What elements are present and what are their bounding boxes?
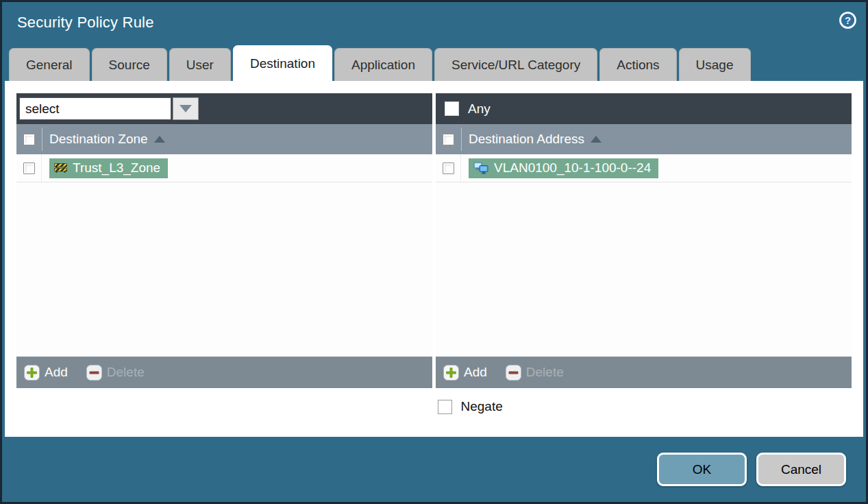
dialog-titlebar: Security Policy Rule ? — [2, 2, 866, 45]
negate-label: Negate — [461, 399, 503, 414]
cancel-button[interactable]: Cancel — [756, 453, 846, 486]
any-checkbox[interactable] — [445, 101, 459, 116]
zone-delete-button[interactable]: Delete — [86, 365, 145, 381]
minus-icon — [86, 365, 102, 381]
below-left-spacer — [16, 399, 434, 414]
zone-name: Trust_L3_Zone — [73, 160, 160, 176]
zone-list: Trust_L3_Zone — [16, 154, 432, 357]
address-toolbar: Add Delete — [436, 357, 852, 388]
dialog-footer: OK Cancel — [2, 437, 866, 502]
address-delete-button[interactable]: Delete — [506, 365, 564, 381]
address-column-header: Destination Address — [436, 124, 852, 154]
ok-button[interactable]: OK — [657, 453, 747, 486]
dialog-title: Security Policy Rule — [17, 14, 154, 32]
chevron-down-icon — [179, 105, 192, 112]
address-add-label: Add — [464, 365, 487, 380]
zone-column-header: Destination Zone — [16, 124, 432, 154]
tab-strip: General Source User Destination Applicat… — [2, 45, 866, 81]
network-computers-icon — [473, 162, 488, 174]
minus-icon — [506, 365, 521, 381]
tab-usage[interactable]: Usage — [679, 48, 751, 81]
tab-actions[interactable]: Actions — [599, 48, 676, 81]
help-icon[interactable]: ? — [839, 11, 857, 29]
zone-toolbar: Add Delete — [16, 357, 432, 388]
tab-user[interactable]: User — [169, 48, 231, 81]
zone-select-input[interactable] — [19, 97, 171, 120]
address-row[interactable]: VLAN0100_10-1-100-0--24 — [436, 154, 852, 182]
address-row-checkbox[interactable] — [443, 163, 454, 174]
header-divider — [42, 128, 42, 151]
zone-row-checkbox[interactable] — [23, 163, 35, 174]
zone-column-label[interactable]: Destination Zone — [49, 132, 148, 147]
tab-content-destination: Destination Zone — [5, 81, 863, 437]
address-select-all-checkbox[interactable] — [443, 134, 454, 145]
negate-checkbox[interactable] — [438, 400, 452, 414]
tab-application[interactable]: Application — [334, 48, 432, 81]
tab-destination[interactable]: Destination — [233, 45, 332, 81]
zone-filter-bar — [16, 93, 432, 124]
address-column-label[interactable]: Destination Address — [469, 132, 584, 147]
sort-ascending-icon[interactable] — [591, 136, 602, 143]
address-list: VLAN0100_10-1-100-0--24 — [436, 154, 852, 357]
tab-source[interactable]: Source — [92, 48, 167, 81]
address-name: VLAN0100_10-1-100-0--24 — [494, 160, 651, 176]
zone-selected-chip[interactable]: Trust_L3_Zone — [49, 158, 168, 178]
address-delete-label: Delete — [526, 365, 564, 380]
address-any-bar: Any — [436, 93, 852, 124]
zone-select-dropdown-button[interactable] — [173, 97, 199, 120]
address-selected-chip[interactable]: VLAN0100_10-1-100-0--24 — [469, 158, 658, 178]
any-label: Any — [468, 101, 491, 117]
plus-icon — [443, 365, 459, 381]
zone-row[interactable]: Trust_L3_Zone — [16, 154, 432, 182]
sort-ascending-icon[interactable] — [154, 136, 165, 143]
security-policy-rule-dialog: Security Policy Rule ? General Source Us… — [0, 0, 868, 504]
zone-delete-label: Delete — [107, 365, 145, 380]
destination-zone-panel: Destination Zone — [16, 93, 432, 388]
tab-general[interactable]: General — [9, 48, 90, 81]
destination-address-panel: Any Destination Address — [436, 93, 852, 388]
svg-text:?: ? — [845, 14, 851, 26]
address-add-button[interactable]: Add — [443, 365, 487, 381]
plus-icon — [24, 365, 40, 381]
zone-add-button[interactable]: Add — [24, 365, 68, 381]
tab-service-url-category[interactable]: Service/URL Category — [434, 48, 597, 81]
zone-select-all-checkbox[interactable] — [23, 134, 35, 145]
zone-barrier-icon — [54, 163, 67, 173]
zone-add-label: Add — [45, 365, 68, 380]
header-divider — [461, 128, 462, 151]
